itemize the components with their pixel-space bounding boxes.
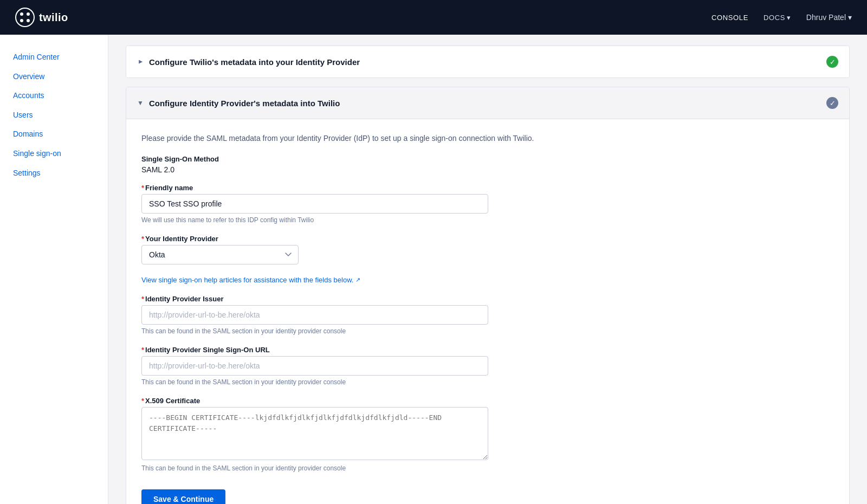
identity-provider-select[interactable]: Okta Azure AD Google Other bbox=[141, 245, 299, 264]
nav-right: CONSOLE DOCS ▾ Dhruv Patel ▾ bbox=[711, 13, 852, 22]
sso-url-group: *Identity Provider Single Sign-On URL Th… bbox=[141, 346, 834, 386]
identity-provider-group: *Your Identity Provider Okta Azure AD Go… bbox=[141, 235, 834, 264]
external-link-icon: ↗ bbox=[355, 276, 360, 283]
sidebar-item-single-sign-on[interactable]: Single sign-on bbox=[0, 144, 108, 164]
logo[interactable]: twilio bbox=[15, 8, 68, 27]
sidebar-item-settings[interactable]: Settings bbox=[0, 164, 108, 183]
issuer-label: *Identity Provider Issuer bbox=[141, 295, 834, 303]
section-configure-idp-metadata-header[interactable]: ▼ Configure Identity Provider's metadata… bbox=[126, 87, 849, 119]
issuer-input[interactable] bbox=[141, 305, 488, 325]
friendly-name-input[interactable] bbox=[141, 194, 488, 214]
brand-name: twilio bbox=[39, 11, 68, 24]
sidebar-item-users[interactable]: Users bbox=[0, 106, 108, 125]
top-navigation: twilio CONSOLE DOCS ▾ Dhruv Patel ▾ bbox=[0, 0, 867, 35]
user-menu[interactable]: Dhruv Patel ▾ bbox=[806, 13, 852, 22]
cert-textarea[interactable] bbox=[141, 407, 488, 460]
complete-icon: ✓ bbox=[826, 56, 838, 68]
sidebar: Admin Center Overview Accounts Users Dom… bbox=[0, 35, 108, 504]
sso-url-label: *Identity Provider Single Sign-On URL bbox=[141, 346, 834, 354]
save-continue-button[interactable]: Save & Continue bbox=[141, 489, 225, 504]
sidebar-item-domains[interactable]: Domains bbox=[0, 125, 108, 144]
cert-hint: This can be found in the SAML section in… bbox=[141, 464, 834, 472]
cert-label: *X.509 Certificate bbox=[141, 397, 834, 405]
sso-method-block: Single Sign-On Method SAML 2.0 bbox=[141, 155, 834, 174]
sidebar-item-accounts[interactable]: Accounts bbox=[0, 86, 108, 106]
sso-url-hint: This can be found in the SAML section in… bbox=[141, 378, 834, 386]
section-configure-twilio-metadata: ▼ Configure Twilio's metadata into your … bbox=[126, 46, 850, 78]
chevron-right-icon: ▼ bbox=[137, 59, 144, 65]
section-configure-idp-metadata: ▼ Configure Identity Provider's metadata… bbox=[126, 87, 850, 504]
sso-method-label: Single Sign-On Method bbox=[141, 155, 834, 163]
sso-url-input[interactable] bbox=[141, 356, 488, 376]
issuer-hint: This can be found in the SAML section in… bbox=[141, 327, 834, 335]
section-1-title: Configure Twilio's metadata into your Id… bbox=[149, 57, 360, 67]
svg-point-1 bbox=[20, 12, 23, 16]
svg-point-4 bbox=[27, 19, 30, 22]
main-content: ▼ Configure Twilio's metadata into your … bbox=[108, 35, 867, 504]
friendly-name-group: *Friendly name We will use this name to … bbox=[141, 184, 834, 224]
console-link[interactable]: CONSOLE bbox=[711, 14, 748, 22]
issuer-group: *Identity Provider Issuer This can be fo… bbox=[141, 295, 834, 335]
sidebar-item-admin-center[interactable]: Admin Center bbox=[0, 48, 108, 67]
sso-help-link[interactable]: View single sign-on help articles for as… bbox=[141, 276, 360, 284]
docs-link[interactable]: DOCS ▾ bbox=[764, 14, 791, 22]
sidebar-item-overview[interactable]: Overview bbox=[0, 67, 108, 87]
chevron-down-icon: ▼ bbox=[137, 99, 144, 107]
svg-point-2 bbox=[27, 12, 30, 16]
idp-description: Please provide the SAML metadata from yo… bbox=[141, 132, 834, 144]
section-2-body: Please provide the SAML metadata from yo… bbox=[126, 119, 849, 504]
identity-provider-label: *Your Identity Provider bbox=[141, 235, 834, 243]
friendly-name-label: *Friendly name bbox=[141, 184, 834, 192]
svg-point-3 bbox=[20, 19, 23, 22]
cert-group: *X.509 Certificate This can be found in … bbox=[141, 397, 834, 472]
svg-point-0 bbox=[16, 8, 34, 27]
main-layout: Admin Center Overview Accounts Users Dom… bbox=[0, 35, 867, 504]
identity-provider-wrapper: Okta Azure AD Google Other bbox=[141, 245, 299, 264]
friendly-name-hint: We will use this name to refer to this I… bbox=[141, 216, 834, 224]
sso-method-value: SAML 2.0 bbox=[141, 165, 834, 174]
section-configure-twilio-metadata-header[interactable]: ▼ Configure Twilio's metadata into your … bbox=[126, 46, 849, 77]
section-2-title: Configure Identity Provider's metadata i… bbox=[149, 99, 340, 108]
complete-outline-icon: ✓ bbox=[826, 97, 838, 109]
